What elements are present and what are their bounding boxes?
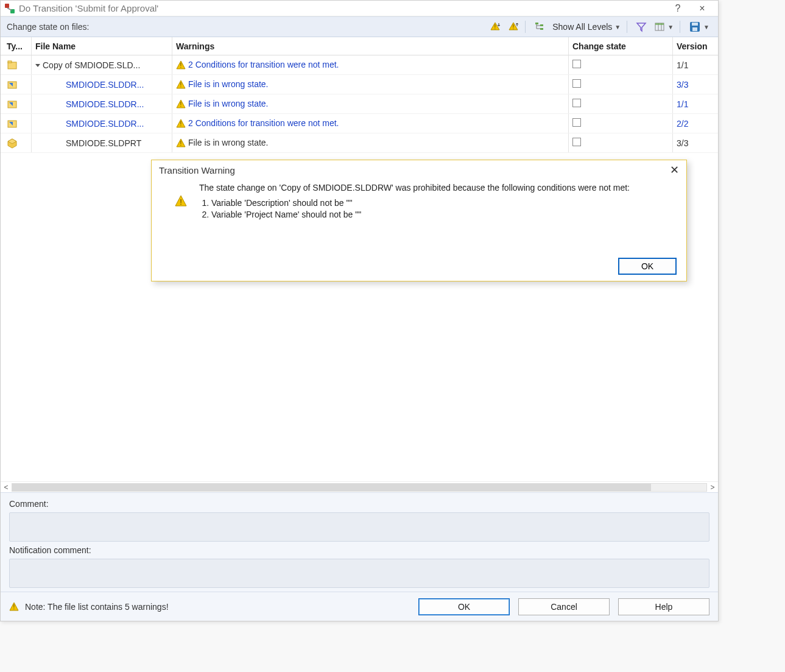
version-cell: 1/1: [673, 60, 716, 70]
toolbar: Change state on files: ! ! Show All Leve…: [1, 16, 718, 37]
change-state-cell: [569, 60, 672, 70]
modal-condition-list: Variable 'Description' should not be ""V…: [199, 197, 675, 221]
modal-titlebar: Transition Warning ✕: [152, 160, 686, 180]
filter-icon[interactable]: [633, 20, 649, 34]
scroll-left-icon[interactable]: <: [1, 483, 12, 492]
table-row[interactable]: Copy of SMDIODE.SLD...!2 Conditions for …: [1, 55, 718, 75]
show-all-levels-label: Show All Levels: [552, 22, 612, 32]
table-row[interactable]: SMDIODE.SLDDR...!2 Conditions for transi…: [1, 114, 718, 133]
svg-text:!: !: [180, 197, 182, 207]
col-version[interactable]: Version: [673, 41, 716, 51]
help-button[interactable]: Help: [618, 598, 709, 615]
warning-cell[interactable]: !File is in wrong state.: [172, 79, 568, 90]
table-row[interactable]: SMDIODE.SLDDR...!File is in wrong state.…: [1, 94, 718, 114]
svg-rect-14: [692, 23, 698, 26]
columns-icon[interactable]: ▼: [652, 20, 676, 34]
warning-icon: !: [9, 602, 19, 612]
scroll-track[interactable]: [12, 483, 707, 492]
svg-rect-0: [5, 4, 9, 8]
version-cell[interactable]: 1/1: [673, 99, 716, 109]
chevron-down-icon: ▼: [703, 24, 709, 30]
change-state-cell: [569, 118, 672, 129]
warning-icon: !: [176, 119, 186, 129]
svg-text:!: !: [495, 24, 496, 30]
svg-rect-12: [655, 23, 664, 25]
svg-rect-16: [8, 62, 16, 69]
grid-header: Ty... File Name Warnings Change state Ve…: [1, 37, 718, 55]
transition-dialog: Do Transition 'Submit for Approval' ? × …: [0, 0, 719, 621]
svg-text:!: !: [180, 140, 182, 147]
file-name-cell[interactable]: SMDIODE.SLDDR...: [32, 119, 172, 129]
window-title: Do Transition 'Submit for Approval': [19, 3, 158, 13]
warning-down-icon[interactable]: !: [487, 20, 503, 34]
warning-icon: !: [176, 138, 186, 148]
version-cell[interactable]: 3/3: [673, 80, 716, 90]
svg-text:!: !: [513, 24, 515, 30]
change-state-checkbox[interactable]: [572, 60, 581, 68]
chevron-down-icon: ▼: [667, 24, 674, 30]
cancel-button[interactable]: Cancel: [518, 598, 610, 615]
notification-comment-input[interactable]: [9, 559, 709, 588]
col-filename[interactable]: File Name: [32, 41, 172, 51]
change-state-cell: [569, 79, 672, 90]
file-name-cell[interactable]: SMDIODE.SLDDR...: [32, 99, 172, 109]
change-state-checkbox[interactable]: [572, 118, 581, 127]
warning-cell: !File is in wrong state.: [172, 138, 568, 148]
warning-note-text: Note: The file list contains 5 warnings!: [25, 602, 169, 612]
warning-up-icon[interactable]: !: [505, 20, 521, 34]
modal-message: The state change on 'Copy of SMDIODE.SLD…: [199, 182, 675, 194]
file-name-cell: Copy of SMDIODE.SLD...: [32, 60, 172, 70]
warning-cell[interactable]: !2 Conditions for transition were not me…: [172, 60, 568, 70]
svg-rect-7: [540, 24, 543, 26]
transition-warning-dialog: Transition Warning ✕ ! The state change …: [151, 160, 687, 281]
file-name-cell[interactable]: SMDIODE.SLDDR...: [32, 80, 172, 90]
file-name-cell: SMDIODE.SLDPRT: [32, 138, 172, 148]
svg-text:!: !: [180, 101, 182, 108]
help-button[interactable]: ?: [666, 3, 690, 14]
table-row[interactable]: SMDIODE.SLDDR...!File is in wrong state.…: [1, 75, 718, 94]
show-all-levels-dropdown[interactable]: Show All Levels ▼: [550, 21, 623, 33]
condition-item: Variable 'Description' should not be "": [211, 197, 675, 209]
ok-button[interactable]: OK: [418, 598, 510, 615]
tree-levels-icon[interactable]: [532, 20, 547, 34]
svg-rect-17: [8, 61, 12, 63]
warning-icon: !: [176, 80, 186, 90]
svg-rect-15: [692, 27, 697, 31]
col-type[interactable]: Ty...: [1, 41, 31, 51]
modal-ok-button[interactable]: OK: [618, 258, 677, 275]
svg-rect-8: [540, 28, 543, 30]
svg-text:!: !: [13, 604, 15, 610]
notification-comment-label: Notification comment:: [9, 545, 709, 555]
titlebar: Do Transition 'Submit for Approval' ? ×: [1, 1, 718, 16]
modal-close-icon[interactable]: ✕: [670, 163, 679, 177]
change-state-checkbox[interactable]: [572, 79, 581, 88]
svg-text:!: !: [180, 82, 182, 88]
expand-icon[interactable]: [35, 64, 40, 67]
comment-label: Comment:: [9, 499, 709, 509]
modal-title: Transition Warning: [159, 165, 235, 175]
warning-cell[interactable]: !2 Conditions for transition were not me…: [172, 118, 568, 129]
horizontal-scrollbar[interactable]: < >: [1, 481, 718, 492]
col-changestate[interactable]: Change state: [569, 41, 672, 51]
scroll-right-icon[interactable]: >: [707, 483, 718, 492]
version-cell[interactable]: 2/2: [673, 119, 716, 129]
warning-cell[interactable]: !File is in wrong state.: [172, 99, 568, 109]
close-button[interactable]: ×: [690, 3, 714, 14]
file-type-icon: [1, 118, 31, 129]
file-type-icon: [1, 99, 31, 110]
condition-item: Variable 'Project Name' should not be "": [211, 209, 675, 221]
svg-text:!: !: [180, 62, 182, 69]
save-icon[interactable]: ▼: [686, 19, 712, 34]
change-state-checkbox[interactable]: [572, 99, 581, 107]
table-row[interactable]: SMDIODE.SLDPRT!File is in wrong state.3/…: [1, 133, 718, 153]
col-warnings[interactable]: Warnings: [172, 41, 568, 51]
chevron-down-icon: ▼: [614, 24, 621, 30]
warning-icon: !: [174, 194, 188, 208]
svg-rect-6: [535, 23, 538, 24]
workflow-icon: [4, 3, 15, 14]
change-state-checkbox[interactable]: [572, 138, 581, 146]
change-state-cell: [569, 138, 672, 148]
comment-input[interactable]: [9, 512, 709, 542]
file-type-icon: [1, 138, 31, 149]
svg-text:!: !: [180, 121, 182, 127]
